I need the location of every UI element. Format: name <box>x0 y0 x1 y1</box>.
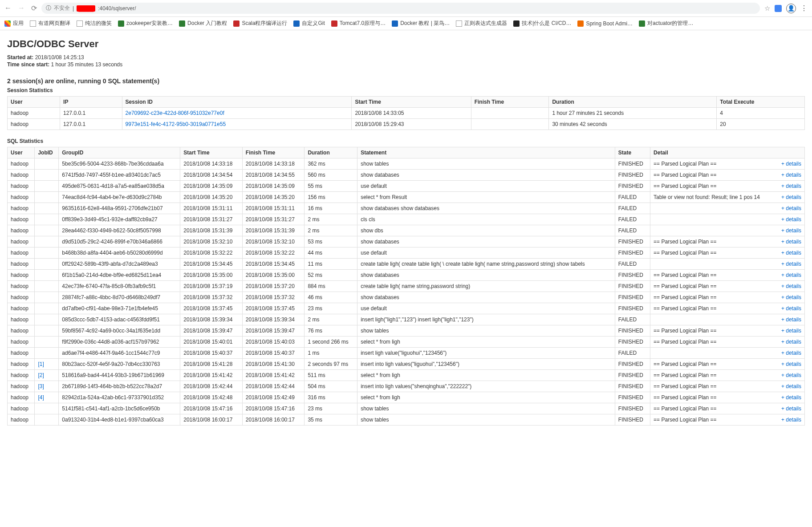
bookmark-favicon-icon <box>513 20 520 27</box>
details-link[interactable]: + details <box>781 394 801 401</box>
sql-row: hadoop74eac8d4-fc94-4ab4-be7e-d630d9c278… <box>8 192 805 203</box>
bookmark-item[interactable]: zookeeper安装教… <box>118 20 173 27</box>
sql-start: 2018/10/08 15:39:34 <box>180 314 243 325</box>
details-link[interactable]: + details <box>781 205 801 211</box>
details-link[interactable]: + details <box>781 361 801 367</box>
session-col-header[interactable]: User <box>8 97 60 108</box>
bookmark-item[interactable]: 对actuator的管理… <box>639 20 693 27</box>
bookmark-item[interactable]: 自定义Git <box>293 20 325 27</box>
bookmark-item[interactable]: Spring Boot Admi… <box>577 20 633 27</box>
browser-toolbar: ← → ⟳ ⓘ 不安全 | ████ :4040/sqlserver/ ☆ 👤 … <box>0 0 812 17</box>
details-link[interactable]: + details <box>781 216 801 223</box>
sql-col-header[interactable]: Duration <box>304 147 357 158</box>
job-link[interactable]: [2] <box>38 372 44 378</box>
bookmark-item[interactable]: Scala程序编译运行 <box>233 20 287 27</box>
details-link[interactable]: + details <box>781 227 801 234</box>
details-link[interactable]: + details <box>781 339 801 345</box>
sql-col-header[interactable]: Detail <box>650 147 805 158</box>
nav-back-icon[interactable]: ← <box>4 4 12 12</box>
details-link[interactable]: + details <box>781 161 801 167</box>
details-link[interactable]: + details <box>781 372 801 378</box>
session-col-header[interactable]: Duration <box>549 97 717 108</box>
session-col-header[interactable]: Start Time <box>352 97 471 108</box>
details-link[interactable]: + details <box>781 261 801 267</box>
bookmark-item[interactable]: 有道网页翻译 <box>30 20 70 27</box>
sql-row: hadoop42ec73fe-6740-47fa-85c8-0fb3afb9c5… <box>8 281 805 292</box>
bookmark-item[interactable]: 应用 <box>4 20 24 27</box>
bookmark-item[interactable]: Tomcat7.0原理与… <box>331 20 386 27</box>
details-link[interactable]: + details <box>781 383 801 389</box>
bookmark-item[interactable]: 纯洁的微笑 <box>77 20 112 27</box>
nav-forward-icon[interactable]: → <box>18 4 25 12</box>
session-cell: 4 <box>717 108 805 119</box>
nav-reload-icon[interactable]: ⟳ <box>31 4 37 12</box>
sql-jobid <box>35 314 59 325</box>
details-link[interactable]: + details <box>781 283 801 289</box>
address-bar[interactable]: ⓘ 不安全 | ████ :4040/sqlserver/ <box>41 3 760 14</box>
sql-col-header[interactable]: User <box>8 147 35 158</box>
sql-col-header[interactable]: Finish Time <box>242 147 304 158</box>
menu-icon[interactable]: ⋮ <box>800 4 808 12</box>
bookmark-item[interactable]: 正则表达式生成器 <box>456 20 507 27</box>
sql-col-header[interactable]: State <box>615 147 650 158</box>
sql-jobid: [1] <box>35 359 59 370</box>
bookmark-label: Scala程序编译运行 <box>242 20 287 27</box>
sql-duration: 52 ms <box>304 270 357 281</box>
sql-detail: == Parsed Logical Plan ==+ details <box>650 370 805 381</box>
info-icon[interactable]: ⓘ <box>46 4 51 12</box>
profile-icon[interactable]: 👤 <box>786 4 796 13</box>
bookmark-item[interactable]: 技术|什么是 CI/CD… <box>513 20 571 27</box>
details-link[interactable]: + details <box>781 239 801 245</box>
sql-finish: 2018/10/08 15:32:22 <box>242 247 304 259</box>
sql-user: hadoop <box>8 414 35 426</box>
detail-text: == Parsed Logical Plan == <box>654 294 716 300</box>
details-link[interactable]: + details <box>781 405 801 412</box>
session-col-header[interactable]: IP <box>60 97 122 108</box>
sql-state: FAILED <box>615 259 650 270</box>
sql-groupid: 74eac8d4-fc94-4ab4-be7e-d630d9c2784b <box>59 192 180 203</box>
sql-col-header[interactable]: Start Time <box>180 147 243 158</box>
sql-col-header[interactable]: Statement <box>357 147 615 158</box>
detail-text: == Parsed Logical Plan == <box>654 361 716 367</box>
details-link[interactable]: + details <box>781 194 801 200</box>
sql-detail: == Parsed Logical Plan ==+ details <box>650 403 805 414</box>
sql-col-header[interactable]: GroupID <box>59 147 180 158</box>
sql-user: hadoop <box>8 236 35 247</box>
extension-icon[interactable] <box>775 5 782 12</box>
time-since-start: Time since start: 1 hour 35 minutes 13 s… <box>7 61 805 68</box>
sql-jobid <box>35 303 59 314</box>
sql-duration: 2 ms <box>304 225 357 236</box>
sql-jobid <box>35 270 59 281</box>
details-link[interactable]: + details <box>781 272 801 278</box>
job-link[interactable]: [1] <box>38 361 44 367</box>
details-link[interactable]: + details <box>781 417 801 423</box>
session-id-link[interactable]: 9973e151-fe4c-4172-95b0-3019a0771e55 <box>126 121 226 127</box>
session-id-link[interactable]: 2e709692-c23e-422d-806f-951032e77e0f <box>126 110 224 116</box>
session-cell: 2018/10/08 15:29:43 <box>352 119 471 130</box>
details-link[interactable]: + details <box>781 183 801 189</box>
sql-jobid <box>35 292 59 303</box>
sql-state: FINISHED <box>615 403 650 414</box>
session-col-header[interactable]: Total Execute <box>717 97 805 108</box>
details-link[interactable]: + details <box>781 328 801 334</box>
sql-start: 2018/10/08 15:39:47 <box>180 325 243 336</box>
details-link[interactable]: + details <box>781 316 801 323</box>
session-col-header[interactable]: Session ID <box>122 97 352 108</box>
started-at: Started at: 2018/10/08 14:25:13 <box>7 54 805 61</box>
job-link[interactable]: [4] <box>38 394 44 401</box>
sql-detail: Table or view not found: Result; line 1 … <box>650 192 805 203</box>
details-link[interactable]: + details <box>781 305 801 312</box>
details-link[interactable]: + details <box>781 350 801 356</box>
sql-col-header[interactable]: JobID <box>35 147 59 158</box>
sql-start: 2018/10/08 14:34:54 <box>180 170 243 181</box>
job-link[interactable]: [3] <box>38 383 44 389</box>
bookmark-item[interactable]: Docker 教程 | 菜鸟… <box>392 20 450 27</box>
bookmark-item[interactable]: Docker 入门教程 <box>179 20 227 27</box>
bookmark-star-icon[interactable]: ☆ <box>764 4 770 12</box>
session-col-header[interactable]: Finish Time <box>471 97 549 108</box>
details-link[interactable]: + details <box>781 250 801 256</box>
sql-start: 2018/10/08 15:42:44 <box>180 381 243 392</box>
sql-state: FINISHED <box>615 303 650 314</box>
details-link[interactable]: + details <box>781 172 801 178</box>
details-link[interactable]: + details <box>781 294 801 300</box>
